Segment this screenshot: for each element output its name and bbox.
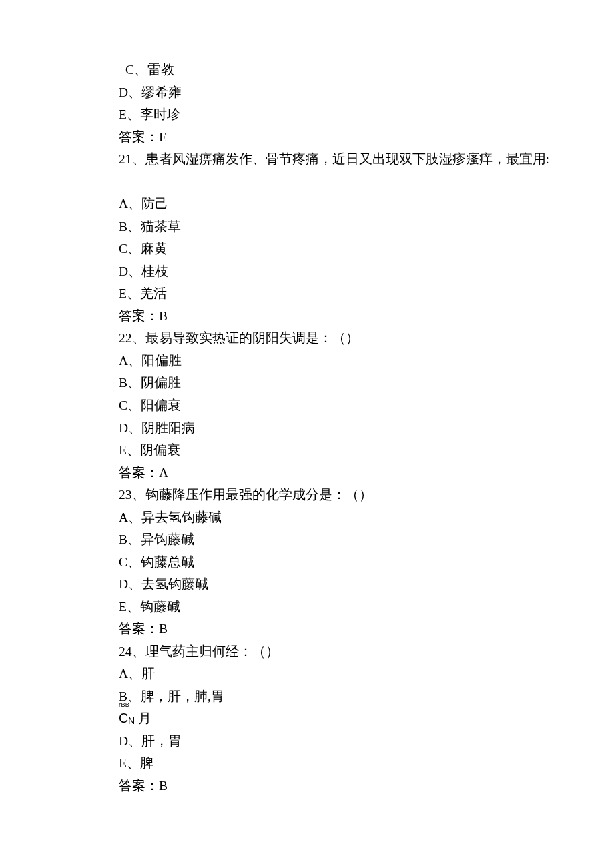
blank-line — [119, 171, 501, 193]
option-d: D、桂枝 — [119, 260, 501, 283]
option-b: B、脾，肝，肺,胃 — [119, 685, 501, 708]
option-d: D、去氢钩藤碱 — [119, 573, 501, 596]
option-a: A、肝 — [119, 663, 501, 685]
option-b: B、猫茶草 — [119, 215, 501, 238]
option-c: C、钩藤总碱 — [119, 551, 501, 574]
option-e: E、李时珍 — [119, 103, 501, 126]
option-e: E、阴偏衰 — [119, 439, 501, 462]
question-24: 24、理气药主归何经：（） — [119, 640, 501, 663]
option-b: B、阴偏胜 — [119, 372, 501, 394]
answer-line: 答案：A — [119, 462, 501, 484]
option-c-garbled: rBB CN 月 — [119, 707, 501, 730]
option-b: B、异钩藤碱 — [119, 528, 501, 551]
ruby-sub-n: N — [128, 715, 135, 726]
option-e: E、钩藤碱 — [119, 596, 501, 618]
option-c: C、麻黄 — [119, 238, 501, 260]
option-a: A、异去氢钩藤碱 — [119, 506, 501, 529]
document-page: C、雷教 D、缪希雍 E、李时珍 答案：E 21、患者风湿痹痛发作、骨节疼痛，近… — [0, 0, 614, 856]
option-e: E、羌活 — [119, 282, 501, 305]
option-d: D、肝，胃 — [119, 730, 501, 753]
option-e: E、脾 — [119, 752, 501, 775]
answer-line: 答案：B — [119, 775, 501, 797]
answer-line: 答案：E — [119, 126, 501, 149]
question-22: 22、最易导致实热证的阴阳失调是：（） — [119, 327, 501, 350]
option-c: C、雷教 — [119, 59, 501, 81]
option-a: A、防己 — [119, 193, 501, 215]
answer-line: 答案：B — [119, 618, 501, 640]
option-d: D、缪希雍 — [119, 81, 501, 104]
garbled-ruby: rBB CN — [119, 707, 135, 730]
garbled-tail: 月 — [135, 711, 151, 725]
ruby-base-c: C — [119, 711, 128, 725]
option-d: D、阴胜阳病 — [119, 417, 501, 440]
question-23: 23、钩藤降压作用最强的化学成分是：（） — [119, 484, 501, 506]
ruby-annotation: rBB — [119, 700, 129, 710]
option-a: A、阳偏胜 — [119, 350, 501, 372]
question-21: 21、患者风湿痹痛发作、骨节疼痛，近日又出现双下肢湿疹瘙痒，最宜用: — [119, 148, 501, 171]
answer-line: 答案：B — [119, 305, 501, 328]
option-c: C、阳偏衰 — [119, 394, 501, 417]
